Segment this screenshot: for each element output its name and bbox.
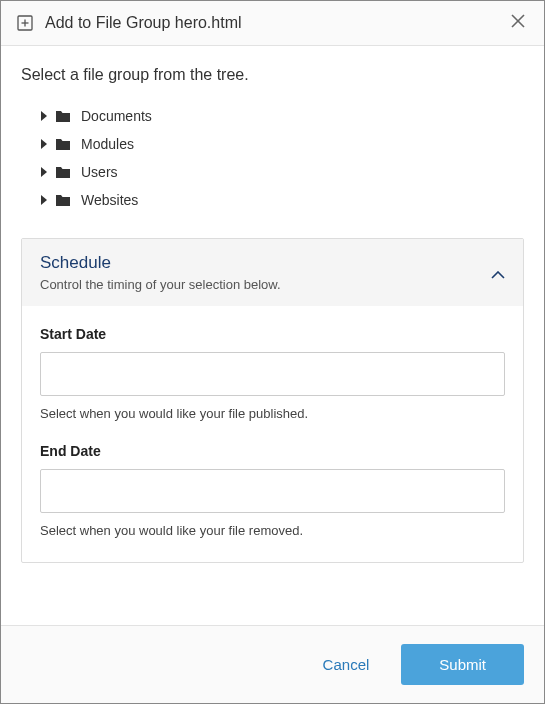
folder-icon: [55, 165, 71, 179]
end-date-label: End Date: [40, 443, 505, 459]
tree-item-label: Users: [81, 164, 118, 180]
panel-header-text: Schedule Control the timing of your sele…: [40, 253, 491, 292]
add-box-icon: [17, 15, 33, 31]
start-date-group: Start Date Select when you would like yo…: [40, 326, 505, 421]
tree-item-label: Websites: [81, 192, 138, 208]
end-date-input[interactable]: [40, 469, 505, 513]
tree-item-users[interactable]: Users: [41, 158, 524, 186]
schedule-panel-body: Start Date Select when you would like yo…: [22, 306, 523, 562]
start-date-help: Select when you would like your file pub…: [40, 406, 505, 421]
tree-item-documents[interactable]: Documents: [41, 102, 524, 130]
submit-button[interactable]: Submit: [401, 644, 524, 685]
end-date-group: End Date Select when you would like your…: [40, 443, 505, 538]
dialog-header: Add to File Group hero.html: [1, 1, 544, 46]
caret-right-icon: [41, 167, 47, 177]
start-date-input[interactable]: [40, 352, 505, 396]
instruction-text: Select a file group from the tree.: [21, 66, 524, 84]
caret-right-icon: [41, 195, 47, 205]
file-group-tree: Documents Modules Users: [21, 102, 524, 214]
cancel-button[interactable]: Cancel: [323, 656, 370, 673]
close-button[interactable]: [508, 13, 528, 33]
close-icon: [510, 13, 526, 33]
caret-right-icon: [41, 111, 47, 121]
tree-item-label: Documents: [81, 108, 152, 124]
schedule-subtitle: Control the timing of your selection bel…: [40, 277, 491, 292]
dialog-footer: Cancel Submit: [1, 625, 544, 703]
dialog-body: Select a file group from the tree. Docum…: [1, 46, 544, 625]
tree-item-modules[interactable]: Modules: [41, 130, 524, 158]
start-date-label: Start Date: [40, 326, 505, 342]
folder-icon: [55, 193, 71, 207]
folder-icon: [55, 109, 71, 123]
chevron-up-icon: [491, 265, 505, 283]
caret-right-icon: [41, 139, 47, 149]
end-date-help: Select when you would like your file rem…: [40, 523, 505, 538]
tree-item-label: Modules: [81, 136, 134, 152]
schedule-title: Schedule: [40, 253, 491, 273]
tree-item-websites[interactable]: Websites: [41, 186, 524, 214]
folder-icon: [55, 137, 71, 151]
schedule-panel: Schedule Control the timing of your sele…: [21, 238, 524, 563]
schedule-panel-header[interactable]: Schedule Control the timing of your sele…: [22, 239, 523, 306]
add-to-file-group-dialog: Add to File Group hero.html Select a fil…: [0, 0, 545, 704]
dialog-title: Add to File Group hero.html: [45, 14, 508, 32]
